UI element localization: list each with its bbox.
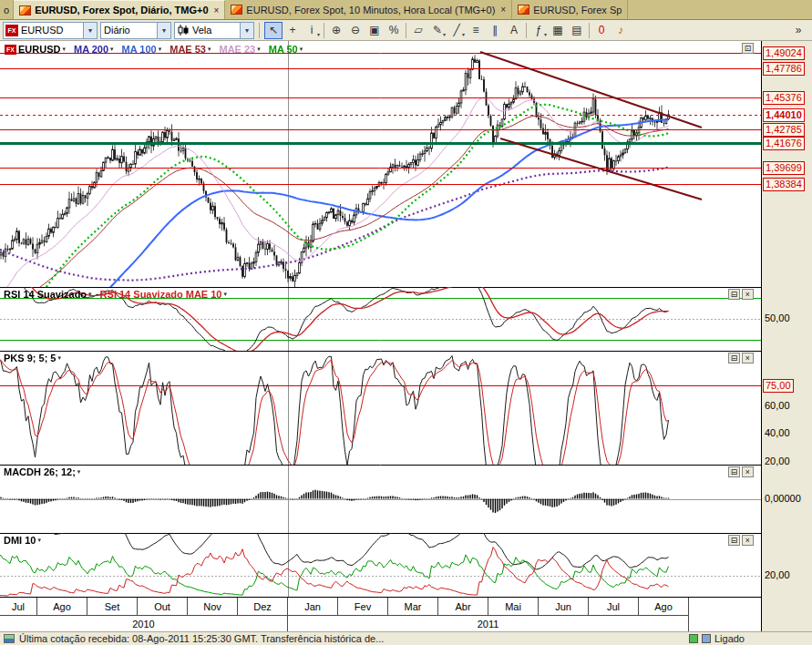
zoom-out-icon[interactable]: ⊖ bbox=[346, 22, 365, 39]
macdh-pane[interactable] bbox=[0, 465, 761, 533]
data-feed-icon bbox=[702, 634, 711, 643]
symbol-combo[interactable]: FX EURUSD ▾ bbox=[3, 22, 98, 39]
chart-tab-icon bbox=[231, 5, 242, 15]
rsi-pane[interactable] bbox=[0, 287, 761, 351]
pane-buttons: ⊟× bbox=[728, 289, 754, 300]
price-label: 1,41676 bbox=[763, 137, 805, 150]
symbol-combo-value: EURUSD bbox=[18, 25, 83, 36]
tab-label: EURUSD, Forex Spot, Diário, TMG+0 bbox=[35, 5, 208, 15]
zoom-area-icon[interactable]: ▣ bbox=[365, 22, 384, 39]
tab-item[interactable]: EURUSD, Forex Sp bbox=[512, 0, 628, 19]
chart-tab-icon bbox=[19, 5, 31, 15]
restore-pane-icon[interactable]: ⊟ bbox=[728, 535, 740, 546]
month-cell: Out bbox=[138, 598, 188, 615]
status-message: Última cotação recebida: 08-Ago-2011 15:… bbox=[19, 633, 384, 644]
month-cell: Jul bbox=[0, 598, 37, 615]
pks-pane[interactable] bbox=[0, 351, 761, 465]
status-chart-icon bbox=[4, 634, 15, 643]
chart-tab-icon bbox=[518, 5, 529, 15]
tab-close-icon[interactable]: × bbox=[500, 5, 506, 15]
restore-pane-icon[interactable]: ⊟ bbox=[728, 353, 740, 363]
text-tool-icon[interactable]: A bbox=[505, 22, 523, 39]
month-cell: Fev bbox=[338, 598, 388, 615]
status-bar: Última cotação recebida: 08-Ago-2011 15:… bbox=[0, 631, 812, 645]
month-cell: Jan bbox=[288, 598, 338, 615]
style-combo-arrow-icon[interactable]: ▾ bbox=[240, 23, 253, 38]
month-cell: Mai bbox=[488, 598, 539, 615]
tab-label: EURUSD, Forex Sp bbox=[533, 5, 622, 15]
pane-buttons: ⊟× bbox=[728, 535, 754, 546]
overflow-icon[interactable]: » bbox=[789, 22, 807, 39]
restore-pane-icon[interactable]: ⊟ bbox=[728, 466, 740, 477]
month-cell: Dez bbox=[238, 598, 288, 615]
line-tool-icon[interactable]: ╱▾ bbox=[447, 22, 466, 39]
toolbar-separator bbox=[406, 23, 406, 38]
dmi-pane[interactable] bbox=[0, 533, 761, 597]
price-label: 1,47786 bbox=[763, 62, 805, 76]
month-cell: Set bbox=[87, 598, 138, 615]
tab-partial-label: o bbox=[4, 5, 9, 15]
month-cell: Ago bbox=[639, 598, 689, 615]
pane-buttons: ⊟× bbox=[728, 466, 754, 477]
price-label: 60,00 bbox=[765, 400, 790, 412]
new-window-icon[interactable]: ▤ bbox=[568, 22, 586, 39]
toolbar-separator bbox=[589, 23, 590, 38]
crosshair-icon[interactable]: + bbox=[283, 22, 302, 39]
period-combo-value: Diário bbox=[101, 25, 157, 36]
toolbar-tools: ↖+i▾⊕⊖▣%▱✎▾╱▾≡∥Aƒ▾▦▤0♪» bbox=[264, 22, 809, 39]
tab-item[interactable]: EURUSD, Forex Spot, 10 Minutos, Hora Loc… bbox=[225, 0, 512, 19]
draw-tools-icon[interactable]: ✎▾ bbox=[428, 22, 447, 39]
price-label: 20,00 bbox=[765, 456, 790, 467]
close-pane-icon[interactable]: × bbox=[742, 466, 754, 477]
symbol-combo-arrow-icon[interactable]: ▾ bbox=[83, 23, 97, 38]
price-label: 1,45376 bbox=[763, 91, 805, 105]
price-label: 50,00 bbox=[765, 312, 790, 324]
toolbar: FX EURUSD ▾ Diário ▾ Vela ▾ ↖+i▾⊕⊖▣%▱✎▾╱… bbox=[0, 20, 812, 41]
orders-icon[interactable]: 0 bbox=[592, 22, 611, 39]
close-pane-icon[interactable]: × bbox=[742, 289, 754, 300]
sound-icon[interactable]: ♪ bbox=[612, 22, 630, 39]
price-label: 1,42785 bbox=[763, 123, 805, 137]
dropdown-caret-icon: ▾ bbox=[443, 31, 446, 37]
month-cell: Jul bbox=[589, 598, 639, 615]
pane-buttons: ⊟× bbox=[728, 353, 754, 363]
close-pane-icon[interactable]: × bbox=[742, 535, 754, 546]
style-combo[interactable]: Vela ▾ bbox=[174, 22, 254, 39]
month-cell: Abr bbox=[438, 598, 488, 615]
connection-ok-icon bbox=[689, 634, 698, 643]
indicator-icon[interactable]: ƒ▾ bbox=[529, 22, 548, 39]
visual-chart-window: o EURUSD, Forex Spot, Diário, TMG+0×EURU… bbox=[0, 0, 812, 645]
price-axis[interactable]: 1,490241,477861,453761,440101,427851,416… bbox=[761, 41, 812, 631]
period-combo-arrow-icon[interactable]: ▾ bbox=[157, 23, 170, 38]
month-cell: Nov bbox=[188, 598, 238, 615]
price-label: 40,00 bbox=[765, 427, 790, 439]
maximize-pane-icon[interactable]: ⊡ bbox=[742, 43, 754, 54]
zoom-in-icon[interactable]: ⊕ bbox=[327, 22, 345, 39]
toolbar-separator bbox=[324, 23, 324, 38]
year-cell: 2010 bbox=[0, 615, 288, 632]
price-label: 1,39699 bbox=[763, 161, 805, 175]
tab-partial[interactable]: o bbox=[0, 0, 14, 19]
tab-close-icon[interactable]: × bbox=[214, 5, 220, 15]
grid-icon[interactable]: ▦ bbox=[549, 22, 567, 39]
main-price-pane[interactable] bbox=[0, 41, 761, 287]
status-right: Ligado bbox=[689, 633, 745, 644]
month-cell: Mar bbox=[388, 598, 438, 615]
close-pane-icon[interactable]: × bbox=[742, 353, 754, 363]
select-arrow-icon[interactable]: ↖ bbox=[264, 22, 283, 39]
fx-icon: FX bbox=[5, 25, 18, 36]
main-pane-buttons: ⊡ bbox=[742, 43, 754, 54]
time-axis[interactable]: JulAgoSetOutNovDezJanFevMarAbrMaiJunJulA… bbox=[0, 597, 761, 631]
channel-tool-icon[interactable]: ∥ bbox=[486, 22, 504, 39]
toolbar-separator bbox=[526, 23, 527, 38]
tab-active[interactable]: EURUSD, Forex Spot, Diário, TMG+0× bbox=[14, 0, 225, 19]
eraser-icon[interactable]: ▱ bbox=[409, 22, 427, 39]
restore-pane-icon[interactable]: ⊟ bbox=[728, 289, 740, 300]
period-combo[interactable]: Diário ▾ bbox=[100, 22, 171, 39]
chart-area[interactable]: FXEURUSD▾MA 200▾MA 100▾MAE 53▾MAE 23▾MA … bbox=[0, 41, 761, 597]
fibonacci-tool-icon[interactable]: ≡ bbox=[467, 22, 485, 39]
toolbar-separator bbox=[259, 23, 260, 38]
chart-tabbar: o EURUSD, Forex Spot, Diário, TMG+0×EURU… bbox=[0, 0, 812, 20]
info-tracker-icon[interactable]: i▾ bbox=[303, 22, 321, 39]
percent-scale-icon[interactable]: % bbox=[385, 22, 403, 39]
